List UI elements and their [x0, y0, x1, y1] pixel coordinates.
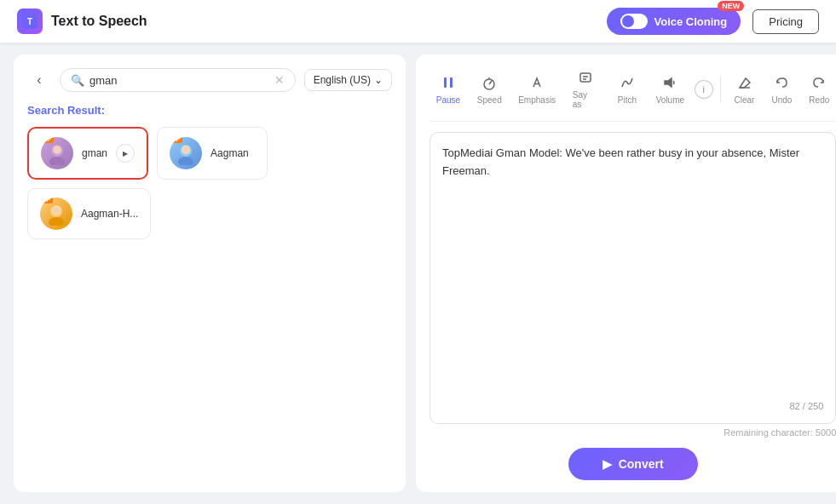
toolbar: Pause Speed — [430, 66, 836, 122]
convert-label: Convert — [619, 457, 664, 471]
app-icon: T — [17, 9, 43, 34]
svg-marker-22 — [665, 78, 672, 87]
text-content[interactable]: TopMediai Gman Model: We've been rather … — [442, 145, 823, 394]
left-panel: ‹ 🔍 ✕ English (US) ⌄ Search Result: VIP — [14, 54, 406, 492]
search-input[interactable] — [89, 74, 269, 87]
svg-point-3 — [49, 157, 65, 165]
say-as-label: Say as — [573, 90, 598, 109]
search-bar-row: ‹ 🔍 ✕ English (US) ⌄ — [27, 68, 392, 92]
emphasis-icon — [529, 75, 545, 94]
header-left: T Text to Speech — [17, 9, 147, 34]
voice-card-gman[interactable]: VIP gman ▶ — [27, 127, 148, 180]
header-right: Voice Cloning NEW Pricing — [607, 8, 819, 35]
voice-name-aagman: Aagman — [210, 147, 249, 159]
toolbar-emphasis[interactable]: Emphasis — [512, 72, 562, 108]
search-input-wrap: 🔍 ✕ — [60, 68, 296, 92]
voice-grid: VIP gman ▶ VIP — [27, 127, 392, 239]
toolbar-separator — [720, 76, 721, 103]
voice-name-aagmanh: Aagman-H... — [81, 208, 138, 220]
voice-toggle — [620, 14, 648, 29]
convert-button[interactable]: ▶ Convert — [568, 448, 698, 480]
toolbar-say-as[interactable]: Say as — [566, 66, 605, 112]
play-button-gman[interactable]: ▶ — [116, 144, 135, 163]
speed-label: Speed — [477, 95, 502, 105]
speed-icon — [481, 75, 497, 94]
vip-badge-aagmanh: VIP — [40, 198, 53, 203]
pause-icon — [441, 75, 456, 94]
redo-icon — [811, 75, 827, 94]
chevron-down-icon: ⌄ — [374, 74, 383, 86]
svg-point-5 — [54, 146, 61, 153]
svg-point-13 — [53, 207, 60, 214]
voice-cloning-label: Voice Cloning — [654, 15, 728, 28]
svg-text:T: T — [27, 17, 32, 26]
svg-rect-14 — [444, 77, 447, 88]
say-as-icon — [578, 70, 593, 89]
remaining-chars: Remaining character: 5000 — [430, 427, 836, 438]
toolbar-info-button[interactable]: i — [695, 80, 713, 99]
language-select[interactable]: English (US) ⌄ — [304, 69, 392, 91]
pitch-icon — [620, 75, 635, 94]
toolbar-redo[interactable]: Redo — [802, 72, 836, 108]
toolbar-pause[interactable]: Pause — [430, 72, 467, 108]
svg-line-17 — [489, 81, 492, 84]
toolbar-undo[interactable]: Undo — [764, 72, 799, 108]
play-icon: ▶ — [602, 457, 612, 471]
voice-card-aagmanh[interactable]: VIP Aagman-H... — [27, 188, 151, 239]
new-badge: NEW — [718, 1, 744, 11]
toggle-knob — [622, 15, 634, 27]
emphasis-label: Emphasis — [518, 95, 556, 105]
clear-label: Clear — [735, 95, 755, 105]
avatar-aagmanh: VIP — [40, 198, 72, 230]
svg-rect-15 — [450, 77, 453, 88]
svg-point-11 — [49, 217, 64, 226]
clear-icon — [737, 75, 752, 94]
text-area-wrap: TopMediai Gman Model: We've been rather … — [430, 132, 836, 424]
undo-label: Undo — [771, 95, 792, 105]
toolbar-actions: Clear Undo — [728, 72, 836, 108]
vip-badge: VIP — [41, 137, 54, 143]
volume-label: Volume — [656, 95, 684, 105]
voice-card-aagman[interactable]: VIP Aagman — [157, 127, 268, 180]
toolbar-clear[interactable]: Clear — [728, 72, 762, 108]
search-result-label: Search Result: — [27, 104, 392, 117]
redo-label: Redo — [809, 95, 829, 105]
volume-icon — [662, 75, 677, 94]
avatar-aagman: VIP — [170, 137, 202, 169]
pitch-label: Pitch — [618, 95, 637, 105]
vip-badge-aagman: VIP — [170, 137, 182, 143]
voice-cloning-button[interactable]: Voice Cloning NEW — [607, 8, 741, 35]
toolbar-speed[interactable]: Speed — [470, 72, 509, 108]
voice-name-gman: gman — [82, 147, 107, 159]
toolbar-volume[interactable]: Volume — [649, 72, 691, 108]
svg-rect-19 — [580, 73, 591, 82]
app-title: Text to Speech — [51, 14, 147, 29]
header: T Text to Speech Voice Cloning NEW Prici… — [0, 0, 836, 43]
svg-point-9 — [182, 146, 189, 153]
back-button[interactable]: ‹ — [27, 68, 51, 92]
right-panel: Pause Speed — [416, 54, 836, 492]
pause-label: Pause — [436, 95, 460, 105]
pricing-button[interactable]: Pricing — [752, 9, 819, 34]
clear-search-icon[interactable]: ✕ — [274, 73, 285, 87]
avatar-gman: VIP — [41, 137, 73, 169]
char-count: 82 / 250 — [442, 401, 823, 411]
svg-point-7 — [178, 157, 193, 165]
toolbar-pitch[interactable]: Pitch — [608, 72, 646, 108]
language-label: English (US) — [314, 74, 371, 86]
search-icon: 🔍 — [71, 74, 84, 87]
undo-icon — [774, 75, 789, 94]
main-content: ‹ 🔍 ✕ English (US) ⌄ Search Result: VIP — [0, 43, 836, 504]
